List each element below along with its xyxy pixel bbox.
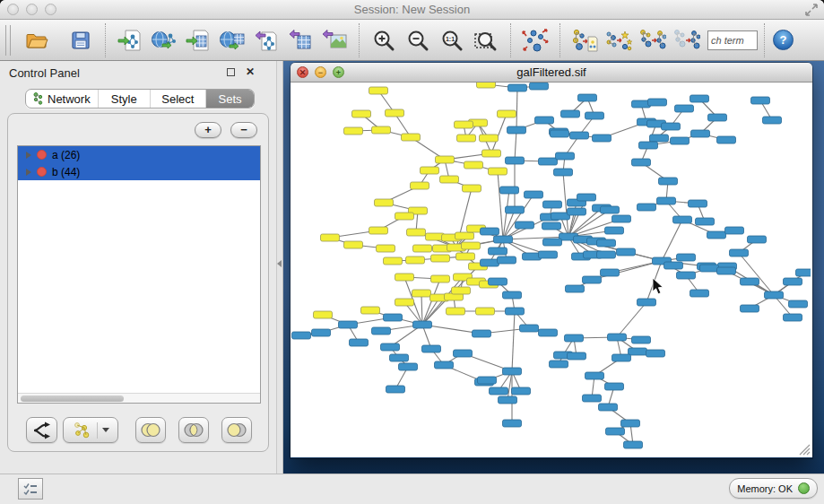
network-view-window[interactable]: ✕ − + galFiltered.sif: [291, 63, 812, 458]
network-canvas[interactable]: [291, 83, 812, 457]
split-set-button[interactable]: [26, 417, 57, 443]
graph-node: [707, 231, 726, 239]
mouse-cursor: [653, 278, 663, 294]
control-panel: Control Panel ✕ Network Style Select: [0, 61, 276, 474]
export-table-button[interactable]: [286, 25, 315, 56]
network-window-titlebar[interactable]: ✕ − + galFiltered.sif: [291, 63, 812, 83]
memory-status-button[interactable]: Memory: OK: [729, 478, 818, 499]
float-panel-icon[interactable]: [227, 68, 235, 76]
control-panel-tabs: Network Style Select Sets: [25, 89, 255, 109]
graph-node: [659, 178, 678, 185]
graph-node: [520, 325, 539, 332]
merge-networks-button[interactable]: [638, 25, 667, 56]
graph-node: [585, 372, 604, 379]
import-table-from-web-button[interactable]: [218, 25, 247, 56]
open-session-button[interactable]: [22, 25, 51, 56]
sets-list: a (26) b (44): [17, 145, 261, 404]
graph-node: [489, 168, 507, 175]
task-history-button[interactable]: [18, 478, 43, 500]
remove-set-button[interactable]: −: [230, 122, 257, 138]
zoom-out-icon: [406, 29, 429, 52]
graph-node: [402, 134, 421, 141]
help-button[interactable]: ?: [773, 30, 794, 50]
analyze-network-button[interactable]: [604, 25, 633, 56]
graph-node: [593, 135, 611, 142]
zoom-selected-region-button[interactable]: [472, 25, 500, 56]
graph-node: [543, 201, 562, 208]
tab-label: Sets: [219, 92, 242, 106]
compare-networks-button[interactable]: [672, 25, 701, 56]
expander-icon[interactable]: [26, 152, 31, 159]
graph-node: [455, 232, 474, 239]
zoom-in-button[interactable]: [369, 25, 398, 56]
graph-node: [507, 126, 526, 134]
graph-node: [657, 197, 676, 204]
graph-node: [503, 420, 522, 427]
graph-node: [454, 350, 473, 357]
resize-grip-icon[interactable]: [799, 444, 811, 456]
save-session-button[interactable]: [66, 25, 95, 56]
apply-layout-button[interactable]: [521, 25, 550, 56]
graph-node: [498, 256, 516, 264]
difference-sets-button[interactable]: [221, 417, 252, 443]
tab-style[interactable]: Style: [99, 90, 151, 108]
export-image-button[interactable]: [320, 25, 349, 56]
venn-intersection-icon: [182, 422, 205, 438]
union-sets-button[interactable]: [135, 417, 166, 443]
graph-node: [516, 222, 534, 229]
graph-node: [696, 218, 715, 225]
graph-node: [751, 97, 770, 104]
graph-node: [565, 335, 584, 342]
svg-text:1:1: 1:1: [446, 36, 455, 42]
graph-node: [708, 114, 727, 121]
list-item[interactable]: b (44): [18, 163, 260, 180]
graph-node: [796, 269, 811, 276]
network-to-file-button[interactable]: [570, 25, 599, 56]
graph-node: [542, 222, 561, 230]
tab-sets[interactable]: Sets: [206, 90, 254, 108]
graph-node: [381, 343, 400, 351]
venn-difference-icon: [225, 422, 248, 438]
zoom-out-button[interactable]: [403, 25, 432, 56]
close-panel-icon[interactable]: ✕: [246, 65, 255, 78]
graph-node: [384, 257, 403, 265]
graph-node: [344, 127, 363, 135]
toolbar-separator: [510, 23, 511, 57]
toolbar-drag-handle[interactable]: [5, 25, 11, 56]
scrollbar-thumb[interactable]: [21, 395, 124, 402]
memory-status-label: Memory: OK: [737, 483, 793, 494]
apply-layout-icon: [522, 28, 549, 53]
graph-node: [372, 126, 391, 134]
graph-node: [784, 278, 802, 285]
intersect-sets-button[interactable]: [178, 417, 209, 443]
add-set-button[interactable]: +: [195, 122, 221, 138]
button-divider: [97, 422, 98, 439]
graph-node: [395, 213, 414, 220]
fullscreen-icon[interactable]: [804, 3, 819, 17]
tab-select[interactable]: Select: [151, 90, 206, 108]
import-table-from-file-button[interactable]: [184, 25, 213, 56]
chevron-down-icon[interactable]: [102, 428, 109, 432]
expander-icon[interactable]: [26, 169, 31, 176]
graph-node: [690, 290, 709, 297]
list-item[interactable]: a (26): [18, 146, 260, 163]
export-network-button[interactable]: [252, 25, 281, 56]
graph-node: [490, 387, 508, 395]
search-input[interactable]: ch term: [707, 30, 758, 50]
import-network-from-file-button[interactable]: [116, 25, 144, 56]
graph-node: [447, 308, 465, 315]
graph-node: [464, 161, 483, 169]
horizontal-scrollbar[interactable]: [18, 393, 260, 403]
tab-network[interactable]: Network: [26, 90, 99, 108]
panel-divider[interactable]: [276, 61, 283, 474]
zoom-in-icon: [372, 29, 395, 52]
tab-label: Network: [48, 92, 91, 106]
collapse-panel-icon[interactable]: [277, 260, 282, 267]
graph-node: [690, 95, 709, 102]
import-network-from-web-button[interactable]: [150, 25, 178, 56]
graph-node: [730, 249, 749, 256]
create-set-from-network-button[interactable]: [63, 417, 118, 443]
zoom-actual-size-button[interactable]: 1:1: [438, 25, 466, 56]
graph-node: [621, 420, 640, 427]
graph-node: [384, 314, 403, 321]
